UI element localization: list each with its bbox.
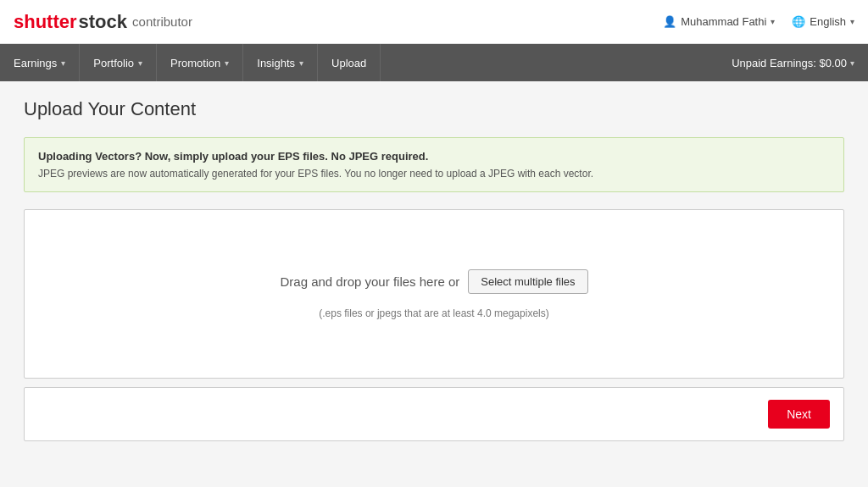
nav-portfolio-label: Portfolio [93, 57, 134, 69]
drop-area: Drag and drop your files here or Select … [280, 269, 587, 294]
user-name: Muhammad Fathi [681, 15, 766, 28]
nav-promotion-chevron: ▾ [225, 58, 229, 68]
select-files-button[interactable]: Select multiple files [468, 269, 587, 294]
nav-item-earnings[interactable]: Earnings ▾ [0, 44, 80, 81]
user-chevron: ▾ [771, 17, 775, 26]
logo-shutter: shutter [14, 11, 77, 33]
info-box: Uploading Vectors? Now, simply upload yo… [24, 137, 844, 192]
nav-left: Earnings ▾ Portfolio ▾ Promotion ▾ Insig… [0, 44, 381, 81]
nav-earnings-label: Earnings [14, 57, 57, 69]
nav-insights-chevron: ▾ [299, 58, 303, 68]
nav-insights-label: Insights [257, 57, 295, 69]
user-icon [663, 15, 676, 28]
nav-item-promotion[interactable]: Promotion ▾ [157, 44, 243, 81]
info-box-title: Uploading Vectors? Now, simply upload yo… [38, 150, 830, 163]
top-header: shutterstock contributor Muhammad Fathi … [0, 0, 868, 44]
nav-earnings-chevron: ▾ [61, 58, 65, 68]
info-box-text: JPEG previews are now automatically gene… [38, 168, 830, 180]
next-button[interactable]: Next [768, 400, 830, 429]
nav-bar: Earnings ▾ Portfolio ▾ Promotion ▾ Insig… [0, 44, 868, 81]
logo: shutterstock contributor [14, 11, 192, 33]
nav-item-insights[interactable]: Insights ▾ [243, 44, 318, 81]
main-content: Upload Your Content Uploading Vectors? N… [10, 81, 858, 458]
globe-icon [792, 15, 805, 28]
file-hint: (.eps files or jpegs that are at least 4… [319, 307, 548, 319]
language-label: English [810, 15, 846, 28]
nav-upload-label: Upload [331, 57, 366, 69]
nav-portfolio-chevron: ▾ [138, 58, 142, 68]
user-menu[interactable]: Muhammad Fathi ▾ [663, 15, 775, 28]
top-right: Muhammad Fathi ▾ English ▾ [663, 15, 854, 28]
nav-item-upload[interactable]: Upload [318, 44, 381, 81]
nav-item-portfolio[interactable]: Portfolio ▾ [80, 44, 157, 81]
nav-promotion-label: Promotion [170, 57, 220, 69]
language-chevron: ▾ [850, 17, 854, 26]
unpaid-earnings-chevron: ▾ [850, 58, 854, 68]
unpaid-earnings-label: Unpaid Earnings: $0.00 [732, 57, 847, 69]
logo-stock: stock [79, 11, 127, 33]
upload-drop-zone[interactable]: Drag and drop your files here or Select … [24, 209, 844, 379]
unpaid-earnings[interactable]: Unpaid Earnings: $0.00 ▾ [732, 57, 868, 69]
drop-text: Drag and drop your files here or [280, 274, 459, 289]
page-title: Upload Your Content [24, 98, 844, 120]
logo-contributor: contributor [132, 14, 192, 29]
bottom-bar: Next [24, 387, 844, 441]
language-menu[interactable]: English ▾ [792, 15, 854, 28]
